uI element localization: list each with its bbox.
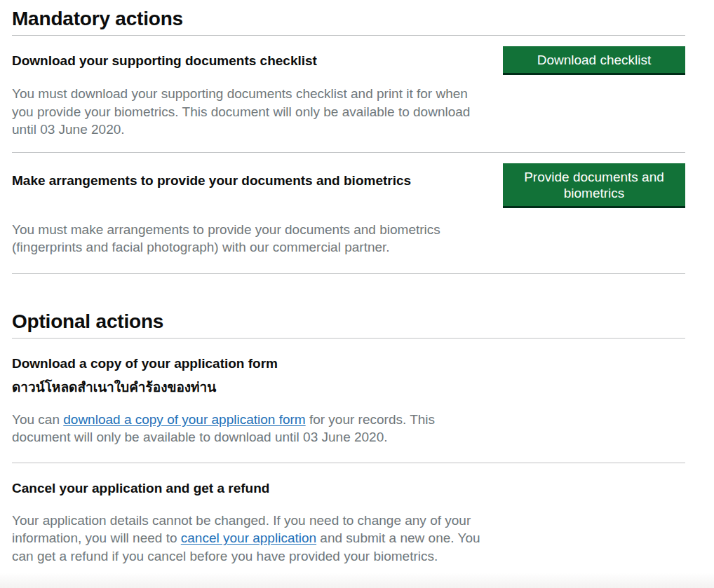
provide-documents-description: You must make arrangements to provide yo…	[12, 221, 482, 257]
cancel-application-description: Your application details cannot be chang…	[12, 512, 482, 566]
optional-actions-title: Optional actions	[12, 274, 685, 333]
provide-documents-heading: Make arrangements to provide your docume…	[12, 172, 411, 189]
download-application-heading: Download a copy of your application form	[12, 355, 475, 372]
download-application-description: You can download a copy of your applicat…	[12, 411, 482, 446]
cancel-application-heading: Cancel your application and get a refund	[12, 479, 475, 497]
download-application-link[interactable]: download a copy of your application form	[63, 412, 305, 427]
download-checklist-description: You must download your supporting docume…	[12, 85, 482, 139]
action-row-download-checklist: Download your supporting documents check…	[12, 36, 685, 139]
action-row-cancel-application: Cancel your application and get a refund…	[12, 463, 685, 566]
action-row-header: Download your supporting documents check…	[12, 46, 685, 73]
download-application-heading-thai: ดาวน์โหลดสำเนาใบคำร้องของท่าน	[12, 378, 685, 396]
action-row-header: Make arrangements to provide your docume…	[12, 163, 685, 206]
application-status-page: Mandatory actions Download your supporti…	[0, 0, 714, 588]
content-container: Mandatory actions Download your supporti…	[12, 0, 685, 582]
download-checklist-button[interactable]: Download checklist	[503, 46, 685, 73]
mandatory-actions-title: Mandatory actions	[12, 0, 685, 30]
cancel-application-link[interactable]: cancel your application	[181, 531, 316, 545]
download-checklist-heading: Download your supporting documents check…	[12, 52, 317, 69]
description-text: You can	[12, 412, 63, 427]
action-row-provide-documents: Make arrangements to provide your docume…	[12, 153, 685, 257]
footer-gradient	[0, 573, 714, 588]
action-row-download-application: Download a copy of your application form…	[12, 339, 685, 446]
provide-documents-button[interactable]: Provide documents and biometrics	[503, 163, 685, 206]
